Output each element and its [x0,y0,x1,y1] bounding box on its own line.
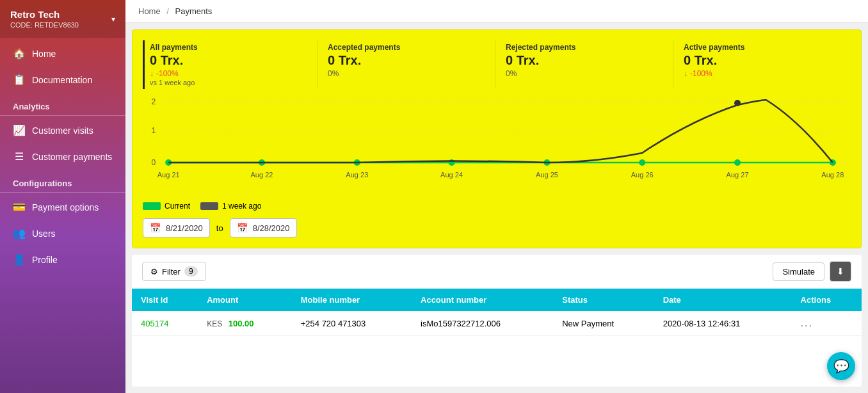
visit-id-value: 405174 [141,319,168,328]
chart-container: 2 1 0 Aug 21 Aug 22 [143,95,851,198]
mobile-value: +254 720 471303 [301,319,366,328]
data-table: Visit id Amount Mobile number Account nu… [132,289,862,336]
breadcrumb-current: Payments [175,6,213,16]
svg-text:1: 1 [151,126,156,135]
sidebar-item-customer-visits[interactable]: 📈 Customer visits [0,117,125,143]
col-account: Account number [412,289,553,311]
svg-text:Aug 26: Aug 26 [631,171,654,179]
actions-menu-button[interactable]: ... [801,317,813,328]
sidebar-item-payment-options[interactable]: 💳 Payment options [0,194,125,220]
profile-icon: 👤 [13,253,26,266]
chevron-down-icon: ▾ [111,15,115,24]
sidebar-item-profile-label: Profile [32,255,58,265]
sidebar-item-home-label: Home [32,49,56,59]
cell-actions[interactable]: ... [792,311,862,336]
chat-icon: 💬 [833,358,849,374]
chart-icon: 📈 [13,124,26,136]
filter-button[interactable]: ⚙ Filter 9 [142,262,206,281]
sidebar-item-payment-options-label: Payment options [32,202,99,213]
stat-active-payments: Active payments 0 Trx. ↓ -100% [673,40,851,89]
sidebar-item-documentation[interactable]: 📋 Documentation [0,67,125,93]
download-button[interactable]: ⬇ [830,261,851,282]
svg-text:2: 2 [151,97,156,106]
sidebar-nav: 🏠 Home 📋 Documentation Analytics 📈 Custo… [0,38,125,393]
sidebar: Retro Tech CODE: RETDEV8630 ▾ 🏠 Home 📋 D… [0,0,125,393]
col-date: Date [654,289,792,311]
table-row: 405174 KES 100.00 +254 720 471303 isMo15… [132,311,862,336]
sidebar-item-users[interactable]: 👥 Users [0,220,125,246]
date-to-label: to [216,223,223,233]
legend-current: Current [143,202,190,211]
sidebar-item-profile[interactable]: 👤 Profile [0,246,125,273]
cell-date: 2020-08-13 12:46:31 [654,311,792,336]
stat-active-change-value: -100% [690,69,712,78]
svg-point-11 [639,159,645,166]
payment-icon: 💳 [13,201,26,213]
stat-rejected-value: 0 Trx. [506,53,663,68]
legend-week-ago: 1 week ago [200,202,261,211]
col-amount: Amount [198,289,292,311]
cell-visit-id: 405174 [132,311,198,336]
sidebar-item-home[interactable]: 🏠 Home [0,40,125,67]
svg-text:0: 0 [151,158,156,167]
chat-button[interactable]: 💬 [827,352,855,380]
legend-current-label: Current [165,202,190,211]
col-actions: Actions [792,289,862,311]
stat-all-change: ↓ -100% [150,69,307,78]
cell-amount: KES 100.00 [198,311,292,336]
legend-current-color [143,202,161,210]
filter-count: 9 [184,266,198,277]
stat-all-payments: All payments 0 Trx. ↓ -100% vs 1 week ag… [143,40,317,89]
docs-icon: 📋 [13,74,26,86]
breadcrumb: Home / Payments [125,0,868,23]
home-icon: 🏠 [13,47,26,60]
date-from-value: 8/21/2020 [166,223,203,233]
svg-text:Aug 23: Aug 23 [346,171,368,179]
date-from-input[interactable]: 📅 8/21/2020 [143,218,210,237]
chart-svg: 2 1 0 Aug 21 Aug 22 [143,95,851,185]
stat-active-value: 0 Trx. [684,53,840,68]
stat-accepted-percent: 0% [328,69,485,78]
stat-all-vs: vs 1 week ago [150,79,307,86]
simulate-button[interactable]: Simulate [773,262,824,281]
date-to-input[interactable]: 📅 8/28/2020 [230,218,297,237]
chart-section: All payments 0 Trx. ↓ -100% vs 1 week ag… [132,29,862,248]
users-icon: 👥 [13,227,26,239]
legend-week-ago-color [200,202,218,210]
stat-rejected-label: Rejected payments [506,43,663,52]
app-header[interactable]: Retro Tech CODE: RETDEV8630 ▾ [0,0,125,38]
chart-legend: Current 1 week ago [143,202,851,211]
configurations-section-label: Configurations [0,170,125,193]
breadcrumb-separator: / [166,6,169,16]
account-value: isMo1597322712.006 [421,319,501,328]
svg-text:Aug 28: Aug 28 [821,171,844,179]
toolbar-right: Simulate ⬇ [773,261,851,282]
table-header-row: Visit id Amount Mobile number Account nu… [132,289,862,311]
stat-rejected-payments: Rejected payments 0 Trx. 0% [495,40,673,89]
filter-label: Filter [162,267,181,277]
amount-value: 100.00 [229,319,254,328]
sidebar-item-customer-payments[interactable]: ☰ Customer payments [0,143,125,170]
stat-accepted-value: 0 Trx. [328,53,485,68]
currency-value: KES [207,319,222,328]
date-to-value: 8/28/2020 [253,223,290,233]
col-visit-id: Visit id [132,289,198,311]
calendar-from-icon: 📅 [150,223,161,233]
svg-point-14 [734,100,741,106]
col-status: Status [553,289,654,311]
arrow-down-icon: ↓ [150,69,154,78]
svg-point-12 [734,159,741,166]
active-arrow-down-icon: ↓ [684,69,687,78]
sidebar-item-users-label: Users [32,229,56,239]
stat-all-value: 0 Trx. [150,53,307,68]
breadcrumb-home[interactable]: Home [138,6,161,16]
svg-text:Aug 24: Aug 24 [440,171,463,179]
date-range: 📅 8/21/2020 to 📅 8/28/2020 [143,218,851,237]
app-name: Retro Tech [10,9,79,20]
status-value: New Payment [562,319,614,328]
sidebar-item-customer-visits-label: Customer visits [32,125,93,136]
cell-mobile: +254 720 471303 [292,311,412,336]
stat-accepted-payments: Accepted payments 0 Trx. 0% [317,40,495,89]
date-value: 2020-08-13 12:46:31 [663,319,741,328]
calendar-to-icon: 📅 [237,223,248,233]
